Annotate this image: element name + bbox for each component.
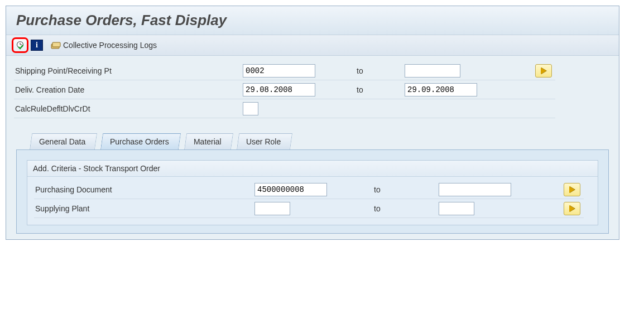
supplying-plant-multiselect-button[interactable] xyxy=(564,202,580,215)
label-supplying-plant: Supplying Plant xyxy=(34,199,254,218)
row-deliv-creation-date: Deliv. Creation Date to xyxy=(14,80,611,99)
info-button[interactable]: i xyxy=(31,40,43,51)
label-deliv-creation-date: Deliv. Creation Date xyxy=(14,80,243,99)
sap-window: Purchase Orders, Fast Display i Collecti… xyxy=(6,6,619,240)
row-shipping-point: Shipping Point/Receiving Pt to xyxy=(14,61,611,80)
arrow-right-icon xyxy=(569,205,575,212)
shipping-point-from-input[interactable] xyxy=(243,64,315,78)
deliv-date-from-input[interactable] xyxy=(243,83,315,96)
row-purchasing-document: Purchasing Document to xyxy=(34,180,591,199)
deliv-date-to-input[interactable] xyxy=(405,83,477,96)
collective-logs-button[interactable]: Collective Processing Logs xyxy=(49,41,159,50)
calc-rule-input[interactable] xyxy=(243,102,258,115)
group-title: Add. Criteria - Stock Transport Order xyxy=(27,161,598,177)
tabstrip-area: General Data Purchase Orders Material Us… xyxy=(6,120,619,239)
shipping-point-to-input[interactable] xyxy=(405,64,460,78)
to-label: to xyxy=(349,80,405,99)
supplying-plant-to-input[interactable] xyxy=(439,202,474,215)
tabstrip: General Data Purchase Orders Material Us… xyxy=(31,133,611,149)
tab-general-data[interactable]: General Data xyxy=(30,133,97,149)
row-calc-rule: CalcRuleDefltDlvCrDt xyxy=(14,99,611,118)
selection-area: Shipping Point/Receiving Pt to Deliv. Cr… xyxy=(6,56,619,120)
tab-body-purchase-orders: Add. Criteria - Stock Transport Order Pu… xyxy=(16,149,609,234)
label-shipping-point: Shipping Point/Receiving Pt xyxy=(14,61,243,80)
to-label: to xyxy=(366,199,439,218)
label-purchasing-document: Purchasing Document xyxy=(34,180,254,199)
clock-check-icon xyxy=(16,41,25,50)
arrow-right-icon xyxy=(569,186,575,193)
purchasing-document-from-input[interactable] xyxy=(254,183,327,196)
to-label: to xyxy=(349,61,405,80)
titlebar: Purchase Orders, Fast Display xyxy=(6,6,619,35)
toolbar: i Collective Processing Logs xyxy=(6,35,619,56)
purchasing-document-multiselect-button[interactable] xyxy=(564,183,580,196)
svg-rect-4 xyxy=(52,42,60,47)
collective-logs-label: Collective Processing Logs xyxy=(63,41,157,50)
tab-user-role[interactable]: User Role xyxy=(237,133,292,149)
supplying-plant-from-input[interactable] xyxy=(254,202,290,215)
execute-button[interactable] xyxy=(13,38,27,52)
group-stock-transport-order: Add. Criteria - Stock Transport Order Pu… xyxy=(27,160,598,225)
arrow-right-icon xyxy=(541,67,546,74)
shipping-point-multiselect-button[interactable] xyxy=(535,64,552,78)
tab-purchase-orders[interactable]: Purchase Orders xyxy=(100,133,181,149)
row-supplying-plant: Supplying Plant to xyxy=(34,199,591,218)
to-label: to xyxy=(366,180,439,199)
log-stack-icon xyxy=(51,41,61,50)
purchasing-document-to-input[interactable] xyxy=(439,183,511,196)
label-calc-rule: CalcRuleDefltDlvCrDt xyxy=(14,99,243,118)
tab-material[interactable]: Material xyxy=(184,133,233,149)
page-title: Purchase Orders, Fast Display xyxy=(16,12,609,29)
